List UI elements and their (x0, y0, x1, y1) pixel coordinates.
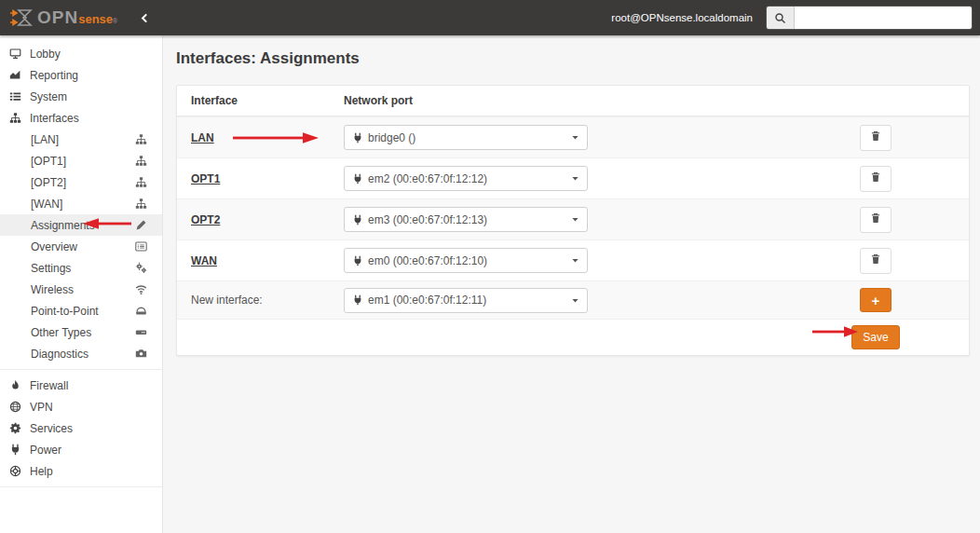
column-header-interface: Interface (191, 94, 344, 107)
area-chart-icon (9, 69, 26, 81)
logo-registered-mark: ® (113, 18, 117, 24)
page-title: Interfaces: Assignments (176, 49, 970, 68)
opnsense-app: OPNsense® root@OPNsense.localdomain Lobb… (0, 0, 980, 533)
assignments-panel: Interface Network port LAN bridge0 () OP… (176, 85, 970, 356)
plug-icon (352, 132, 363, 144)
sidebar-item-lobby[interactable]: Lobby (0, 43, 162, 64)
network-port-select-opt2[interactable]: em3 (00:e0:67:0f:12:13) (344, 207, 588, 232)
new-interface-row: New interface: em1 (00:e0:67:0f:12:11) + (177, 280, 969, 319)
navbar-right: root@OPNsense.localdomain (611, 6, 973, 30)
interface-link-lan[interactable]: LAN (191, 131, 214, 144)
sidebar-item-help[interactable]: Help (0, 460, 162, 482)
sidebar-item-overview[interactable]: Overview (0, 236, 162, 257)
selected-network-port: em0 (00:e0:67:0f:12:10) (368, 254, 571, 267)
top-navbar: OPNsense® root@OPNsense.localdomain (0, 0, 980, 35)
sidebar-item-settings[interactable]: Settings (0, 257, 162, 279)
sidebar-item-label: Interfaces (30, 112, 79, 125)
delete-interface-button[interactable] (860, 248, 892, 274)
list-alt-icon (135, 240, 147, 253)
sidebar-item-label: Wireless (31, 283, 135, 296)
main-content: Interfaces: Assignments Interface Networ… (163, 35, 980, 533)
sidebar-item-label: VPN (30, 401, 53, 414)
interface-link-opt1[interactable]: OPT1 (191, 172, 220, 185)
network-port-select-opt1[interactable]: em2 (00:e0:67:0f:12:12) (344, 166, 588, 191)
new-interface-label: New interface: (191, 294, 344, 307)
diagnostics-icon (135, 348, 147, 360)
selected-network-port: bridge0 () (368, 131, 571, 144)
interface-link-opt2[interactable]: OPT2 (191, 213, 220, 226)
sidebar-item-wireless[interactable]: Wireless (0, 279, 162, 300)
desktop-icon (9, 48, 26, 60)
sidebar-item-label: Firewall (30, 379, 68, 392)
sidebar-item-opt2[interactable]: [OPT2] (0, 171, 162, 193)
table-row: WAN em0 (00:e0:67:0f:12:10) (177, 239, 969, 280)
sidebar-divider (0, 369, 162, 370)
plug-icon (352, 294, 363, 306)
sidebar-item-power[interactable]: Power (0, 439, 162, 460)
cogs-icon (135, 262, 147, 274)
network-port-select-lan[interactable]: bridge0 () (344, 125, 588, 150)
search-input[interactable] (795, 7, 972, 29)
search-icon (767, 7, 795, 29)
caret-down-icon (571, 133, 579, 142)
opnsense-logo[interactable]: OPNsense® (9, 7, 117, 28)
sitemap-icon (9, 112, 26, 124)
sidebar-item-label: Help (30, 465, 53, 478)
sidebar-item-label: Overview (31, 240, 135, 253)
logo-text-sense: sense (78, 12, 113, 26)
sidebar-item-label: [OPT1] (31, 155, 135, 168)
sitemap-icon (135, 133, 147, 145)
plug-icon (352, 255, 363, 266)
sidebar-item-label: Power (30, 444, 61, 457)
add-interface-button[interactable]: + (860, 288, 892, 312)
trash-icon (870, 171, 881, 185)
sidebar-divider (0, 486, 162, 487)
sidebar-item-label: Point-to-Point (31, 305, 135, 318)
interface-link-wan[interactable]: WAN (191, 254, 217, 267)
sitemap-icon (135, 198, 147, 210)
caret-down-icon (571, 215, 579, 224)
logged-in-user: root@OPNsense.localdomain (611, 12, 753, 23)
sidebar-item-interfaces[interactable]: Interfaces (0, 107, 162, 129)
sidebar-item-label: Other Types (31, 326, 135, 339)
sidebar-item-label: [LAN] (31, 133, 135, 146)
sidebar-item-vpn[interactable]: VPN (0, 396, 162, 417)
table-header-row: Interface Network port (177, 86, 969, 116)
delete-interface-button[interactable] (860, 207, 892, 233)
caret-down-icon (571, 296, 579, 305)
sidebar-item-label: Reporting (30, 69, 78, 82)
opnsense-logo-icon (9, 7, 34, 28)
network-port-select-new[interactable]: em1 (00:e0:67:0f:12:11) (344, 288, 588, 313)
sidebar-item-point-to-point[interactable]: Point-to-Point (0, 300, 162, 321)
list-icon (9, 90, 26, 102)
life-ring-icon (9, 465, 26, 477)
table-row: OPT2 em3 (00:e0:67:0f:12:13) (177, 198, 969, 239)
network-port-select-wan[interactable]: em0 (00:e0:67:0f:12:10) (344, 248, 588, 273)
sidebar-item-label: [OPT2] (31, 176, 135, 189)
sidebar-item-opt1[interactable]: [OPT1] (0, 150, 162, 171)
sidebar-item-services[interactable]: Services (0, 417, 162, 439)
sidebar: Lobby Reporting System Interfaces [LAN] … (0, 35, 163, 533)
sidebar-item-system[interactable]: System (0, 86, 162, 107)
delete-interface-button[interactable] (860, 166, 892, 192)
plug-icon (352, 173, 363, 184)
sidebar-item-firewall[interactable]: Firewall (0, 375, 162, 396)
sidebar-item-wan[interactable]: [WAN] (0, 193, 162, 214)
fire-icon (9, 379, 26, 391)
sidebar-item-other-types[interactable]: Other Types (0, 321, 162, 343)
sidebar-item-label: System (30, 90, 67, 103)
sidebar-item-label: Settings (31, 262, 135, 275)
modem-icon (135, 305, 147, 317)
table-row: OPT1 em2 (00:e0:67:0f:12:12) (177, 157, 969, 198)
sidebar-item-lan[interactable]: [LAN] (0, 129, 162, 150)
pencil-icon (135, 219, 147, 231)
selected-network-port: em2 (00:e0:67:0f:12:12) (368, 172, 571, 185)
sidebar-item-reporting[interactable]: Reporting (0, 64, 162, 86)
trash-icon (870, 212, 881, 226)
selected-network-port: em3 (00:e0:67:0f:12:13) (368, 213, 571, 226)
collapse-sidebar-icon[interactable] (140, 13, 150, 23)
wifi-icon (135, 283, 147, 295)
delete-interface-button[interactable] (860, 125, 892, 151)
sidebar-item-diagnostics[interactable]: Diagnostics (0, 343, 162, 364)
annotation-arrow-save (810, 325, 861, 338)
